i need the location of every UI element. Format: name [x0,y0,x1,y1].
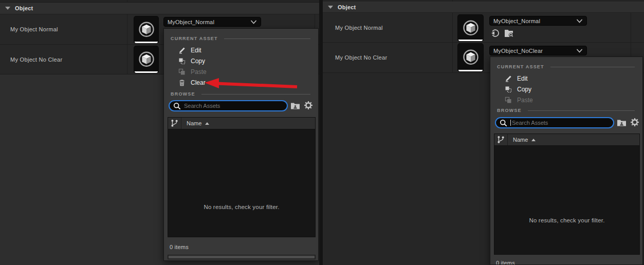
copy-icon [178,57,186,65]
column-settings-cell[interactable] [168,118,181,129]
asset-picker-dropdown: CURRENT ASSET Edit Copy Paste Clear [163,28,319,261]
use-selected-arrow-icon [491,29,500,37]
chevron-down-icon [576,48,583,53]
annotation-arrow [204,76,301,93]
horizontal-scrollbar[interactable] [168,255,316,259]
hierarchy-icon [497,136,505,144]
asset-picker-dropdown: CURRENT ASSET Edit Copy Paste BROWSE [490,56,643,265]
folder-icon [617,119,627,127]
hierarchy-icon [171,119,178,127]
property-label: My Object No Clear [335,43,387,72]
asset-list: Name No results, check your filter. [494,134,640,255]
asset-thumbnail[interactable] [134,46,158,73]
category-title: Object [338,4,356,10]
trash-icon [178,79,186,87]
asset-combobox[interactable]: MyObject_Normal [489,16,587,26]
view-options-gear-button[interactable] [303,100,313,110]
search-assets-input-wrap[interactable] [169,100,288,111]
current-asset-section: CURRENT ASSET [171,35,310,42]
search-assets-input[interactable] [512,120,589,126]
menu-item-label: Copy [517,86,531,93]
menu-item-label: Edit [517,75,528,82]
content-browser-folder-button[interactable] [290,101,300,110]
copy-icon [504,85,512,93]
collapse-arrow-icon[interactable] [5,7,10,10]
section-label: BROWSE [171,91,195,97]
menu-item-label: Copy [191,58,205,65]
section-rule [201,94,310,94]
view-options-gear-button[interactable] [630,117,639,127]
category-title: Object [15,5,33,11]
sort-ascending-icon [205,122,209,125]
browse-to-asset-button[interactable] [504,28,514,37]
menu-item-paste: Paste [164,66,318,77]
asset-color-strip [135,42,158,43]
property-label: My Object No Clear [10,45,62,74]
asset-thumbnail[interactable] [458,15,483,41]
menu-item-label: Paste [517,97,533,104]
asset-color-strip [458,70,483,71]
section-label: CURRENT ASSET [171,36,218,41]
pencil-icon [178,46,186,54]
menu-item-paste: Paste [490,94,642,105]
asset-color-strip [458,40,483,41]
asset-thumbnail[interactable] [134,16,158,43]
menu-item-edit[interactable]: Edit [490,73,642,84]
gear-icon [630,118,639,127]
menu-item-label: Paste [191,68,207,75]
category-header[interactable]: Object [0,3,319,14]
section-rule [224,39,310,39]
name-column-label: Name [187,120,201,126]
paste-icon [504,96,512,104]
cube-icon [461,47,481,67]
search-assets-input-wrap[interactable] [495,117,614,128]
gear-icon [304,101,313,110]
cube-icon [136,19,157,40]
pencil-icon [504,74,512,83]
chevron-down-icon [250,20,257,25]
category-header[interactable]: Object [323,2,644,13]
search-icon [173,102,181,110]
no-results-message: No results, check your filter. [494,217,639,223]
items-count: 0 items [496,260,515,265]
cube-icon [136,49,157,69]
current-asset-section: CURRENT ASSET [497,63,635,70]
sort-ascending-icon [531,139,536,141]
paste-icon [178,68,186,76]
section-label: BROWSE [497,108,522,113]
asset-list-header: Name [494,134,639,146]
search-assets-input[interactable] [184,103,261,109]
asset-combobox[interactable]: MyObject_Normal [163,17,261,27]
menu-item-label: Edit [191,47,201,54]
section-label: CURRENT ASSET [497,64,544,69]
asset-list-header: Name [168,118,315,129]
asset-color-strip [135,71,158,73]
column-settings-cell[interactable] [494,134,508,145]
property-label: My Object Normal [335,13,383,42]
menu-item-copy[interactable]: Copy [490,84,642,94]
combobox-value: MyObject_Normal [168,19,214,25]
use-selected-asset-button[interactable] [490,28,500,37]
chevron-down-icon [576,18,583,24]
menu-item-edit[interactable]: Edit [164,45,318,55]
collapse-arrow-icon[interactable] [328,6,333,9]
text-cursor [510,120,511,126]
browse-section: BROWSE [497,107,635,114]
items-count: 0 items [170,244,189,250]
search-icon [500,119,507,127]
scrollbar-thumb[interactable] [169,256,315,258]
combobox-value: MyObject_NoClear [493,48,543,54]
name-column-header[interactable]: Name [181,118,315,129]
asset-list: Name No results, check your filter. [168,117,316,237]
name-column-header[interactable]: Name [508,134,639,145]
asset-combobox[interactable]: MyObject_NoClear [489,46,587,55]
asset-thumbnail[interactable] [458,44,483,71]
combobox-value: MyObject_Normal [493,18,540,24]
section-rule [550,67,635,67]
menu-item-copy[interactable]: Copy [164,55,318,66]
folder-icon [290,102,300,110]
content-browser-folder-button[interactable] [616,118,627,127]
details-panel-right: Object My Object Normal My Object No Cle… [323,0,644,265]
folder-search-icon [504,29,514,37]
name-column-label: Name [513,137,528,143]
